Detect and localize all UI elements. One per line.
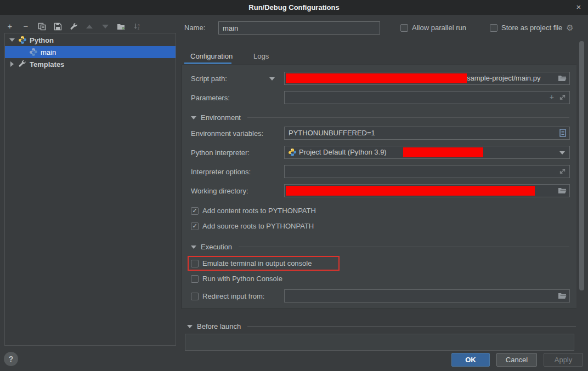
folder-icon[interactable] [558, 292, 567, 301]
collapse-arrow-icon[interactable] [187, 325, 193, 328]
collapse-arrow-icon[interactable] [191, 246, 196, 249]
python-logo-icon [18, 36, 27, 44]
folder-icon[interactable] [558, 75, 567, 84]
script-path-dropdown-icon[interactable] [269, 77, 275, 81]
emulate-terminal-label: Emulate terminal in output console [202, 259, 312, 267]
expand-field-icon[interactable] [559, 168, 566, 176]
help-button[interactable]: ? [4, 352, 18, 366]
redaction-bar [286, 73, 467, 83]
tree-item-label: main [41, 48, 56, 56]
run-with-python-console-label: Run with Python Console [202, 275, 282, 283]
python-interpreter-combobox[interactable]: Project Default (Python 3.9) [284, 146, 570, 159]
create-folder-icon[interactable] [117, 22, 126, 31]
execution-section-header[interactable]: Execution [191, 243, 569, 251]
configurations-tree: Python main Templates [4, 33, 176, 346]
cancel-button[interactable]: Cancel [496, 353, 537, 367]
move-up-icon[interactable] [85, 22, 94, 31]
add-configuration-icon[interactable]: + [5, 22, 14, 31]
working-directory-label: Working directory: [191, 187, 248, 195]
tree-item-label: Python [30, 36, 54, 44]
active-tab-underline [184, 62, 231, 64]
environment-variables-value: PYTHONUNBUFFERED=1 [289, 129, 375, 137]
redaction-bar [286, 186, 535, 196]
parameters-field[interactable]: + [284, 91, 570, 104]
section-divider [239, 247, 569, 247]
tree-item-templates-group[interactable]: Templates [5, 58, 176, 70]
tab-logs[interactable]: Logs [253, 52, 269, 60]
insert-macro-plus-icon[interactable]: + [550, 93, 554, 101]
chevron-down-icon[interactable] [9, 38, 15, 42]
save-configuration-icon[interactable] [53, 22, 62, 31]
collapse-arrow-icon[interactable] [191, 116, 196, 119]
redirect-input-option[interactable]: Redirect input from: [191, 292, 264, 300]
copy-configuration-icon[interactable] [37, 22, 46, 31]
store-options-gear-icon[interactable]: ⚙ [566, 24, 573, 32]
environment-section-header[interactable]: Environment [191, 113, 569, 122]
emulate-terminal-option[interactable]: Emulate terminal in output console [191, 259, 312, 267]
parameters-label: Parameters: [191, 94, 230, 102]
add-content-roots-checkbox[interactable]: ✓ [191, 207, 199, 215]
emulate-terminal-checkbox[interactable] [191, 260, 199, 267]
chevron-right-icon[interactable] [10, 61, 14, 67]
store-as-project-file-label: Store as project file [501, 24, 562, 32]
combobox-arrow-icon[interactable] [559, 151, 565, 155]
allow-parallel-run-option[interactable]: Allow parallel run [400, 24, 466, 32]
run-with-python-console-checkbox[interactable] [191, 275, 199, 283]
configuration-panel: Script path: sample-project/main.py Para… [182, 65, 576, 309]
redaction-bar [403, 147, 483, 157]
python-interpreter-value: Project Default (Python 3.9) [299, 148, 387, 156]
move-down-icon[interactable] [101, 22, 110, 31]
ok-button[interactable]: OK [451, 353, 490, 367]
dialog-title-bar: Run/Debug Configurations × [0, 0, 588, 15]
python-interpreter-label: Python interpreter: [191, 149, 250, 157]
redirect-input-label: Redirect input from: [202, 292, 264, 300]
store-as-project-file-option[interactable]: Store as project file ⚙ [490, 24, 574, 32]
tab-configuration[interactable]: Configuration [190, 52, 233, 60]
add-source-roots-option[interactable]: ✓ Add source roots to PYTHONPATH [191, 222, 314, 230]
templates-wrench-icon [18, 60, 27, 69]
remove-configuration-icon[interactable]: − [21, 22, 30, 31]
allow-parallel-run-label: Allow parallel run [412, 24, 466, 32]
python-run-config-icon [29, 48, 38, 56]
add-content-roots-label: Add content roots to PYTHONPATH [202, 207, 316, 215]
dialog-title: Run/Debug Configurations [248, 3, 339, 12]
sort-configurations-icon[interactable]: az [133, 22, 142, 31]
script-path-value: sample-project/main.py [467, 74, 540, 82]
edit-templates-wrench-icon[interactable] [69, 22, 78, 31]
script-path-label: Script path: [191, 75, 227, 83]
tree-item-python-group[interactable]: Python [5, 34, 176, 46]
allow-parallel-run-checkbox[interactable] [400, 24, 408, 32]
configurations-toolbar: + − az [5, 21, 142, 32]
folder-icon[interactable] [558, 187, 567, 196]
close-icon[interactable]: × [574, 2, 584, 12]
redirect-input-field[interactable] [284, 289, 570, 302]
edit-variables-icon[interactable] [559, 129, 566, 139]
execution-section-label: Execution [201, 243, 232, 251]
before-launch-section-header[interactable]: Before launch [187, 322, 576, 330]
environment-variables-field[interactable]: PYTHONUNBUFFERED=1 [284, 127, 570, 140]
store-as-project-file-checkbox[interactable] [490, 24, 497, 32]
script-path-field[interactable]: sample-project/main.py [284, 72, 570, 85]
expand-field-icon[interactable] [559, 94, 566, 102]
vertical-scrollbar[interactable] [579, 41, 584, 290]
section-divider [247, 326, 576, 327]
run-with-python-console-option[interactable]: Run with Python Console [191, 275, 282, 283]
environment-section-label: Environment [201, 113, 241, 122]
svg-text:z: z [138, 26, 139, 30]
check-icon: ✓ [192, 222, 197, 230]
section-divider [247, 117, 569, 118]
before-launch-section-label: Before launch [197, 322, 241, 330]
tree-item-label: Templates [30, 60, 64, 69]
tree-item-main-selected[interactable]: main [5, 46, 176, 58]
name-input[interactable] [218, 21, 380, 35]
add-source-roots-checkbox[interactable]: ✓ [191, 222, 199, 230]
interpreter-options-field[interactable] [284, 165, 570, 178]
name-label: Name: [184, 24, 205, 32]
before-launch-task-list[interactable] [185, 334, 574, 351]
add-source-roots-label: Add source roots to PYTHONPATH [202, 222, 314, 230]
redirect-input-checkbox[interactable] [191, 293, 199, 300]
apply-button[interactable]: Apply [544, 353, 583, 367]
check-icon: ✓ [192, 207, 197, 214]
add-content-roots-option[interactable]: ✓ Add content roots to PYTHONPATH [191, 207, 316, 215]
working-directory-field[interactable] [284, 184, 570, 197]
